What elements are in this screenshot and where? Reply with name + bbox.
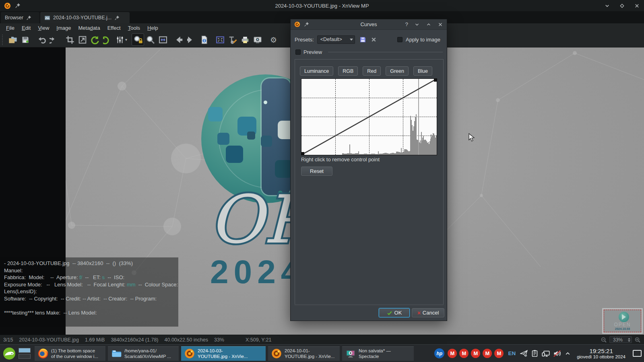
desktop-2[interactable] xyxy=(19,354,31,359)
preview-checkbox[interactable] xyxy=(295,49,301,55)
channel-luminance-button[interactable]: Luminance xyxy=(300,66,333,76)
channel-blue-button[interactable]: Blue xyxy=(413,66,432,76)
divider xyxy=(328,52,443,52)
ok-check-icon xyxy=(387,310,392,316)
zoom-button[interactable] xyxy=(144,33,157,46)
virtual-desktop-pager[interactable] xyxy=(19,347,32,360)
navigator-open-text: OPEN xyxy=(614,322,631,327)
task-spectacle[interactable]: Non salvata* — Spectacle xyxy=(342,346,414,361)
info-button[interactable] xyxy=(198,33,210,46)
undo-button[interactable] xyxy=(35,33,47,46)
fit-window-button[interactable] xyxy=(157,33,169,46)
curves-dialog-titlebar[interactable]: Curves ? xyxy=(291,19,447,30)
clock-date: giovedì 10 ottobre 2024 xyxy=(577,354,625,360)
logo-square xyxy=(247,132,255,140)
navigator-view-rect: OPEN 2024.10.03 xyxy=(604,310,641,332)
pin-icon[interactable] xyxy=(114,15,120,21)
menu-file[interactable]: File xyxy=(2,24,18,32)
curve-line[interactable] xyxy=(301,79,437,155)
zoom-out-icon[interactable] xyxy=(601,337,607,343)
unshade-icon[interactable] xyxy=(426,22,431,27)
clock-widget[interactable]: 19:25:21 giovedì 10 ottobre 2024 xyxy=(577,348,625,360)
xnview-icon xyxy=(271,348,282,359)
exif-line xyxy=(4,302,174,310)
channel-rgb-button[interactable]: RGB xyxy=(338,66,358,76)
app-launcher-opensuse[interactable] xyxy=(2,347,16,360)
curves-histogram[interactable] xyxy=(301,78,437,155)
resize-button[interactable] xyxy=(76,33,89,46)
channel-green-button[interactable]: Green xyxy=(386,66,409,76)
menu-metadata[interactable]: Metadata xyxy=(74,24,103,32)
taskbar: (1) The bottom space of the curve window… xyxy=(0,344,644,362)
close-icon[interactable] xyxy=(634,3,640,9)
zoom-in-icon[interactable] xyxy=(634,337,641,343)
tab-image[interactable]: 2024-10-03-YOUTUBE.j... xyxy=(40,12,130,23)
rotate-right-button[interactable] xyxy=(101,33,114,46)
draw-text-button[interactable] xyxy=(226,33,239,46)
hp-tray-icon[interactable]: hp xyxy=(434,348,444,358)
mail-badge-icon[interactable]: M xyxy=(483,349,492,358)
browser-button[interactable] xyxy=(6,33,19,46)
show-desktop-button[interactable] xyxy=(633,350,642,357)
menu-tools[interactable]: Tools xyxy=(124,24,144,32)
delete-preset-icon[interactable] xyxy=(371,37,377,43)
fullscreen-button[interactable] xyxy=(214,33,226,46)
menu-view[interactable]: View xyxy=(34,24,53,32)
task-subtitle: Scaricati/XnViewMP ... xyxy=(124,354,171,359)
mail-badge-icon[interactable]: M xyxy=(448,349,457,358)
curve-control-point[interactable] xyxy=(301,152,304,155)
menu-help[interactable]: Help xyxy=(144,24,162,32)
menu-effect[interactable]: Effect xyxy=(104,24,124,32)
tray-expand-icon[interactable] xyxy=(564,350,571,357)
task-file-manager[interactable]: /home/yana-01/ Scaricati/XnViewMP ... xyxy=(108,346,179,361)
zoom-lock-button[interactable] xyxy=(132,33,144,46)
task-xnview-active[interactable]: 2024-10-03- YOUTUBE.jpg - XnVie... xyxy=(181,346,266,361)
save-preset-icon[interactable] xyxy=(359,36,366,43)
save-button[interactable] xyxy=(19,33,31,46)
minimize-icon[interactable] xyxy=(604,3,610,9)
next-image-button[interactable] xyxy=(185,33,198,46)
mail-badge-icon[interactable]: M xyxy=(459,349,469,358)
ok-button[interactable]: OK xyxy=(379,308,410,317)
task-xnview-2[interactable]: 2024-10-01- YOUTUBE.jpg - XnVie... xyxy=(268,346,340,361)
cancel-button[interactable]: × Cancel xyxy=(412,308,444,317)
maximize-icon[interactable] xyxy=(619,3,625,9)
menu-edit[interactable]: Edit xyxy=(18,24,34,32)
crop-button[interactable] xyxy=(64,33,76,46)
volume-muted-icon[interactable] xyxy=(553,350,561,358)
kde-connect-icon[interactable] xyxy=(520,350,528,357)
tab-browser[interactable]: Browser xyxy=(1,12,39,23)
adjust-dropdown-caret[interactable]: ▾ xyxy=(125,37,127,42)
toolbar-grip-handle[interactable] xyxy=(2,35,5,45)
redo-button[interactable] xyxy=(47,33,60,46)
capture-button[interactable] xyxy=(251,33,264,46)
task-title: (1) The bottom space xyxy=(51,348,98,354)
apply-to-image-checkbox[interactable] xyxy=(397,37,402,42)
spinner-arrows[interactable] xyxy=(628,338,632,342)
print-button[interactable] xyxy=(239,33,251,46)
adjust-levels-button[interactable] xyxy=(114,33,126,46)
navigator-thumbnail[interactable]: OPEN 2024.10.03 xyxy=(602,308,643,334)
zoom-level-spinbox[interactable]: 33% xyxy=(609,336,632,343)
desktop-1[interactable] xyxy=(19,348,31,353)
task-subtitle: YOUTUBE.jpg - XnVie... xyxy=(198,354,248,359)
rotate-left-button[interactable] xyxy=(89,33,101,46)
clipboard-icon[interactable] xyxy=(531,350,539,357)
divider xyxy=(294,305,444,305)
display-settings-icon[interactable] xyxy=(542,350,550,358)
help-icon[interactable]: ? xyxy=(405,21,408,27)
channel-red-button[interactable]: Red xyxy=(363,66,381,76)
curve-control-point[interactable] xyxy=(434,79,437,82)
pin-icon[interactable] xyxy=(26,15,31,21)
reset-button[interactable]: Reset xyxy=(301,167,332,176)
presets-dropdown[interactable]: <Default> xyxy=(317,35,355,44)
shade-icon[interactable] xyxy=(414,22,420,27)
mail-badge-icon[interactable]: M xyxy=(471,349,480,358)
settings-button[interactable]: ⚙ xyxy=(267,33,280,46)
previous-image-button[interactable] xyxy=(173,33,185,46)
keyboard-layout-indicator[interactable]: EN xyxy=(508,350,516,356)
close-icon[interactable] xyxy=(438,22,443,27)
mail-badge-icon[interactable]: M xyxy=(494,349,504,358)
menu-image[interactable]: Image xyxy=(53,24,74,32)
task-firefox[interactable]: (1) The bottom space of the curve window… xyxy=(35,346,105,361)
